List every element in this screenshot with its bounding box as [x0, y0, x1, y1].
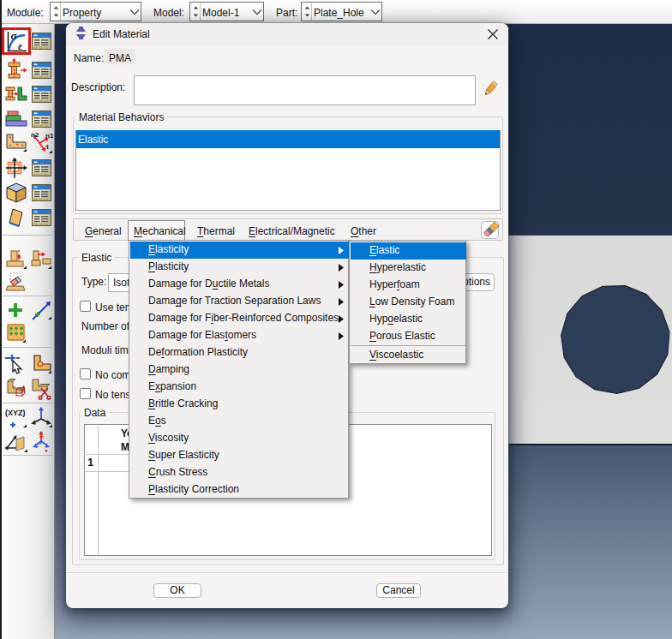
- svg-text:(XYZ): (XYZ): [5, 409, 26, 417]
- svg-text:n1: n1: [45, 132, 53, 140]
- svg-text:t: t: [46, 143, 49, 151]
- svg-text:n2: n2: [31, 131, 39, 139]
